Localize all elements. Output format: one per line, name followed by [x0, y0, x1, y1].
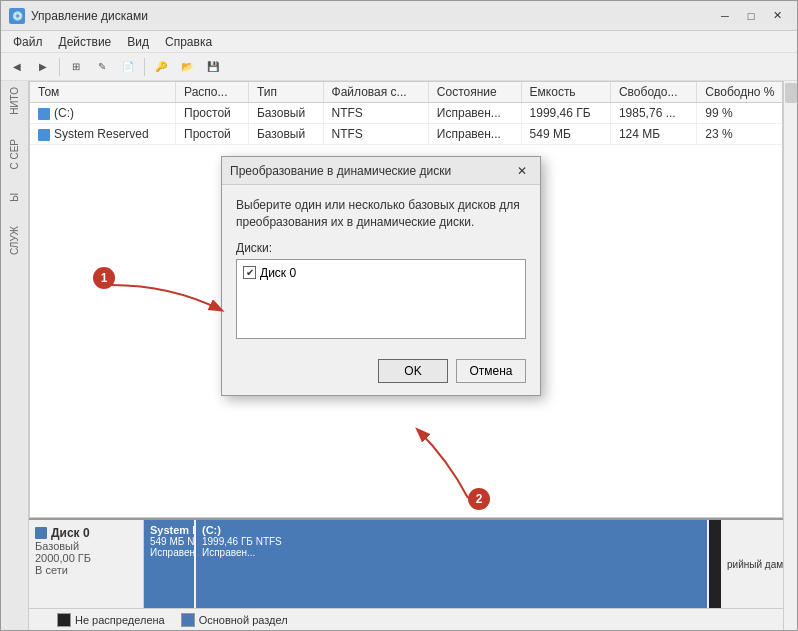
disk-list-item-0: ✔ Диск 0 — [241, 264, 521, 282]
annotation-circle-2: 2 — [468, 488, 490, 510]
col-tom: Том — [30, 82, 176, 103]
cell-status: Исправен... — [428, 103, 521, 124]
disk-0-checkbox[interactable]: ✔ — [243, 266, 256, 279]
window-controls: ─ □ ✕ — [713, 6, 789, 26]
partition-sys-size: 549 МБ NTFS — [150, 536, 188, 547]
toolbar-separator-2 — [144, 58, 145, 76]
table-row[interactable]: System Reserved Простой Базовый NTFS Исп… — [30, 124, 796, 145]
toolbar-btn-3[interactable]: 📄 — [116, 56, 140, 78]
col-status: Состояние — [428, 82, 521, 103]
title-icon: 💿 — [9, 8, 25, 24]
cell-free: 1985,76 ... — [610, 103, 696, 124]
cell-type: Базовый — [248, 124, 323, 145]
sidebar-left: НИТО С СЕР Ы СЛУЖ — [1, 81, 29, 630]
col-tip: Тип — [248, 82, 323, 103]
dialog-title: Преобразование в динамические диски — [230, 164, 512, 178]
dialog-description: Выберите один или несколько базовых диск… — [236, 197, 526, 231]
disk-title: Диск 0 — [35, 526, 137, 540]
title-bar: 💿 Управление дисками ─ □ ✕ — [1, 1, 797, 31]
legend-label-primary: Основной раздел — [199, 614, 288, 626]
legend-bar: Не распределена Основной раздел — [29, 608, 797, 630]
disk-list-box: ✔ Диск 0 — [236, 259, 526, 339]
toolbar-separator-1 — [59, 58, 60, 76]
legend-label-unallocated: Не распределена — [75, 614, 165, 626]
col-freepct: Свободно % — [697, 82, 796, 103]
disk-view-scrollbar[interactable] — [783, 518, 797, 608]
menu-file[interactable]: Файл — [5, 33, 51, 51]
cell-location: Простой — [176, 103, 249, 124]
menu-action[interactable]: Действие — [51, 33, 120, 51]
toolbar-btn-5[interactable]: 📂 — [175, 56, 199, 78]
col-raspo: Распо... — [176, 82, 249, 103]
dialog-close-button[interactable]: ✕ — [512, 162, 532, 180]
partition-c-name: (C:) — [202, 524, 701, 536]
annotation-circle-1: 1 — [93, 267, 115, 289]
disk-size: 2000,00 ГБ — [35, 552, 137, 564]
disk-partitions: System Reserved 549 МБ NTFS Исправен (Си… — [144, 520, 797, 608]
ok-button[interactable]: OK — [378, 359, 448, 383]
toolbar-btn-1[interactable]: ⊞ — [64, 56, 88, 78]
partition-c-size: 1999,46 ГБ NTFS — [202, 536, 701, 547]
legend-color-unallocated — [57, 613, 71, 627]
sidebar-label-1: НИТО — [9, 87, 20, 115]
toolbar-forward[interactable]: ▶ — [31, 56, 55, 78]
disk-table: Том Распо... Тип Файловая с... Состояние… — [30, 82, 796, 145]
partition-c-status: Исправен... — [202, 547, 701, 558]
toolbar: ◀ ▶ ⊞ ✎ 📄 🔑 📂 💾 — [1, 53, 797, 81]
window-title: Управление дисками — [31, 9, 713, 23]
sidebar-label-2: С СЕР — [9, 139, 20, 170]
main-window: 💿 Управление дисками ─ □ ✕ Файл Действие… — [0, 0, 798, 631]
maximize-button[interactable]: □ — [739, 6, 763, 26]
dialog-body: Выберите один или несколько базовых диск… — [222, 185, 540, 351]
partition-right-text: рийный дамп памяти, Основной разд — [723, 520, 783, 608]
cell-name: (C:) — [30, 103, 176, 124]
col-fs: Файловая с... — [323, 82, 428, 103]
toolbar-back[interactable]: ◀ — [5, 56, 29, 78]
partition-sys-name: System Reserved — [150, 524, 188, 536]
toolbar-btn-2[interactable]: ✎ — [90, 56, 114, 78]
dialog-disks-label: Диски: — [236, 241, 526, 255]
cancel-button[interactable]: Отмена — [456, 359, 526, 383]
dialog-footer: OK Отмена — [222, 351, 540, 395]
cell-name: System Reserved — [30, 124, 176, 145]
disk-view: Диск 0 Базовый 2000,00 ГБ В сети System … — [29, 518, 797, 608]
sidebar-label-3: Ы — [9, 193, 20, 202]
cell-type: Базовый — [248, 103, 323, 124]
legend-unallocated: Не распределена — [57, 613, 165, 627]
menu-bar: Файл Действие Вид Справка — [1, 31, 797, 53]
toolbar-btn-6[interactable]: 💾 — [201, 56, 225, 78]
disk-label: Диск 0 Базовый 2000,00 ГБ В сети — [29, 520, 144, 608]
cell-fs: NTFS — [323, 103, 428, 124]
dialog-title-bar: Преобразование в динамические диски ✕ — [222, 157, 540, 185]
partition-unallocated — [709, 520, 723, 608]
cell-freepct: 23 % — [697, 124, 796, 145]
legend-primary: Основной раздел — [181, 613, 288, 627]
disk-0-label: Диск 0 — [260, 266, 296, 280]
minimize-button[interactable]: ─ — [713, 6, 737, 26]
col-capacity: Емкость — [521, 82, 610, 103]
partition-sys-status: Исправен (Систем... — [150, 547, 188, 558]
col-free: Свободо... — [610, 82, 696, 103]
disk-icon — [35, 527, 47, 539]
cell-fs: NTFS — [323, 124, 428, 145]
disk-type: Базовый — [35, 540, 137, 552]
disk-status: В сети — [35, 564, 137, 576]
cell-free: 124 МБ — [610, 124, 696, 145]
toolbar-btn-4[interactable]: 🔑 — [149, 56, 173, 78]
table-row[interactable]: (C:) Простой Базовый NTFS Исправен... 19… — [30, 103, 796, 124]
cell-status: Исправен... — [428, 124, 521, 145]
cell-freepct: 99 % — [697, 103, 796, 124]
annotation-1-group: 1 — [93, 267, 115, 289]
cell-capacity: 1999,46 ГБ — [521, 103, 610, 124]
sidebar-label-4: СЛУЖ — [9, 226, 20, 255]
menu-view[interactable]: Вид — [119, 33, 157, 51]
menu-help[interactable]: Справка — [157, 33, 220, 51]
cell-location: Простой — [176, 124, 249, 145]
annotation-2-group: 2 — [468, 488, 490, 510]
partition-c[interactable]: (C:) 1999,46 ГБ NTFS Исправен... — [196, 520, 709, 608]
close-button[interactable]: ✕ — [765, 6, 789, 26]
convert-dialog: Преобразование в динамические диски ✕ Вы… — [221, 156, 541, 396]
legend-color-primary — [181, 613, 195, 627]
cell-capacity: 549 МБ — [521, 124, 610, 145]
partition-system-reserved[interactable]: System Reserved 549 МБ NTFS Исправен (Си… — [144, 520, 196, 608]
